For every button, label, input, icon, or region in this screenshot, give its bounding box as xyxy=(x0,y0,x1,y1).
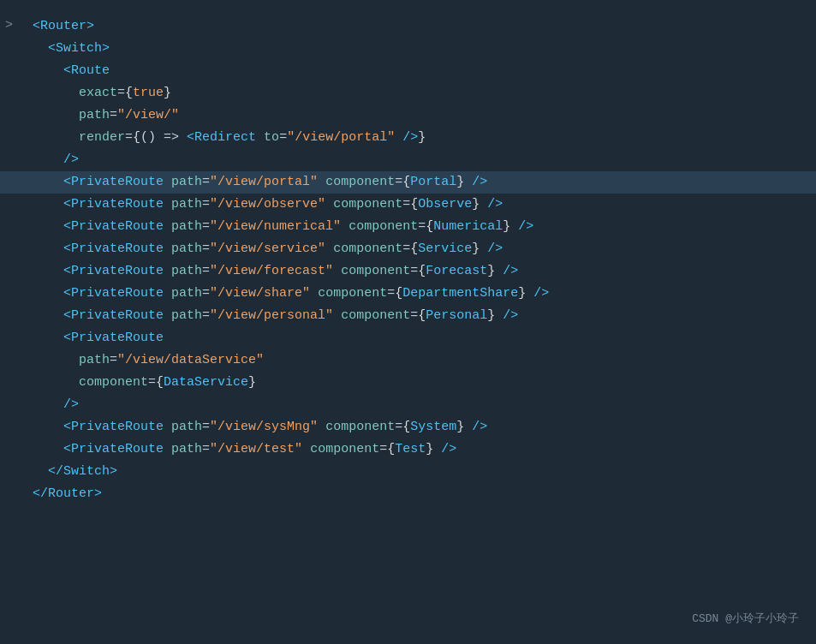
code-line: <PrivateRoute path="/view/numerical" com… xyxy=(17,216,799,238)
chevron-icon: > xyxy=(5,15,13,36)
code-line: <PrivateRoute path="/view/observe" compo… xyxy=(17,194,799,216)
code-line: render={() => <Redirect to="/view/portal… xyxy=(17,127,799,149)
code-line: <PrivateRoute path="/view/personal" comp… xyxy=(17,305,799,327)
code-line: <PrivateRoute path="/view/service" compo… xyxy=(17,238,799,260)
code-line: </Router> xyxy=(17,483,799,505)
code-line: /> xyxy=(17,394,799,416)
code-line: <PrivateRoute path="/view/test" componen… xyxy=(17,438,799,461)
code-line: <PrivateRoute path="/view/sysMng" compon… xyxy=(17,416,799,438)
code-line: <PrivateRoute xyxy=(17,327,799,349)
code-editor: > <Router> <Switch> <Route exact={true} … xyxy=(0,0,816,644)
code-line: <Route xyxy=(17,60,799,82)
code-line: exact={true} xyxy=(17,82,799,104)
code-line: </Switch> xyxy=(17,461,799,483)
code-line: <PrivateRoute path="/view/share" compone… xyxy=(17,283,799,305)
code-line: path="/view/dataService" xyxy=(17,349,799,372)
code-line-highlighted: <PrivateRoute path="/view/portal" compon… xyxy=(0,171,816,194)
code-line: <Router> xyxy=(17,15,799,38)
watermark: CSDN @小玲子小玲子 xyxy=(692,611,799,629)
code-line: /> xyxy=(17,149,799,171)
code-line: component={DataService} xyxy=(17,372,799,394)
code-line: path="/view/" xyxy=(17,104,799,127)
code-line: <Switch> xyxy=(17,38,799,60)
code-line: <PrivateRoute path="/view/forecast" comp… xyxy=(17,260,799,283)
